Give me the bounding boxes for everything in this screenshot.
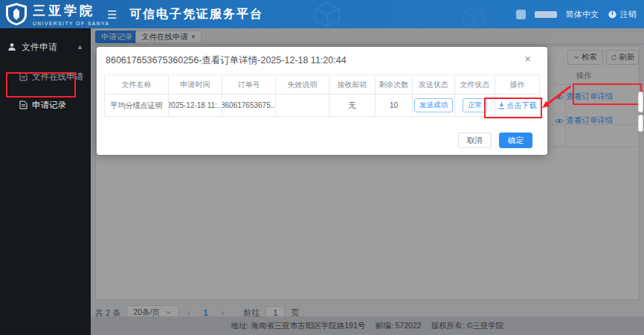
language-label: 简体中文 [566,9,599,20]
cell-invalid-desc [276,95,329,116]
download-icon [498,102,505,109]
col-header: 剩余次数 [376,75,413,95]
scrollbar-thumb[interactable] [638,92,643,112]
table-header-row: 文件名称 申请时间 订单号 失效说明 接收邮箱 剩余次数 发送状态 文件状态 操… [105,75,539,95]
document-icon [19,72,28,81]
col-header: 申请时间 [169,75,222,95]
sidebar-group-label: 文件申请 [22,41,57,54]
sidebar-group-file-apply[interactable]: 文件申请 ▲ [0,34,91,60]
modal-title: 860617653675360256-查看订单详情-2025-12-18 11:… [106,54,347,67]
logout-button[interactable]: 注销 [608,9,637,20]
sidebar-item-label: 申请记录 [32,100,66,111]
col-header: 文件状态 [455,75,495,95]
col-header: 订单号 [222,75,276,95]
close-icon[interactable]: × [524,53,531,64]
col-header: 文件名称 [105,75,169,95]
logout-label: 注销 [620,9,637,20]
cell-receive-email: 无 [329,95,376,116]
username-redacted [535,11,557,18]
decor-cube [312,1,342,27]
app-header: 三亚学院 UNIVERSITY OF SANYA ☰ 可信电子凭证服务平台 简体… [0,0,644,28]
col-header: 发送状态 [413,75,455,95]
cancel-button[interactable]: 取消 [458,133,492,148]
university-logo [4,2,29,26]
sidebar: 文件申请 ▲ 文件在线申请 申请记录 [0,28,91,335]
confirm-button[interactable]: 确定 [499,133,532,148]
table-row: 平均分绩点证明 2025-12-18 11:... 860617653675..… [105,95,539,116]
logo-subtitle: UNIVERSITY OF SANYA [33,21,109,26]
user-icon [7,42,16,51]
sidebar-item-file-online-apply[interactable]: 文件在线申请 [0,66,91,88]
avatar[interactable] [516,10,526,19]
col-header: 接收邮箱 [329,75,376,95]
download-link[interactable]: 点击下载 [498,100,537,111]
sidebar-item-label: 文件在线申请 [32,71,83,83]
download-label: 点击下载 [507,100,537,111]
platform-title: 可信电子凭证服务平台 [129,7,263,22]
col-header: 操作 [495,75,539,95]
scrollbar-thumb[interactable] [638,115,643,132]
hamburger-icon[interactable]: ☰ [107,8,117,22]
decor-cube [461,6,486,28]
power-icon [608,10,617,19]
chevron-up-icon: ▲ [77,43,83,51]
cell-file-name: 平均分绩点证明 [105,95,169,116]
cell-operation: 点击下载 [495,95,539,116]
document-icon [19,100,28,109]
col-header: 失效说明 [276,75,329,95]
cell-apply-time: 2025-12-18 11:... [169,95,222,116]
cell-send-status: 发送成功 [413,95,455,116]
logo-text: 三亚学院 UNIVERSITY OF SANYA [33,2,109,26]
cell-file-status: 正常 [455,95,495,116]
order-details-modal: 860617653675360256-查看订单详情-2025-12-18 11:… [97,47,547,155]
sidebar-item-apply-records[interactable]: 申请记录 [0,94,91,116]
send-status-badge[interactable]: 发送成功 [414,98,453,112]
order-details-table: 文件名称 申请时间 订单号 失效说明 接收邮箱 剩余次数 发送状态 文件状态 操… [104,74,540,117]
cell-order-no: 860617653675... [222,95,276,116]
file-status-badge[interactable]: 正常 [463,98,487,112]
language-switcher[interactable]: 简体中文 [566,9,599,20]
cell-remaining: 10 [376,95,413,116]
logo-title: 三亚学院 [33,2,109,19]
